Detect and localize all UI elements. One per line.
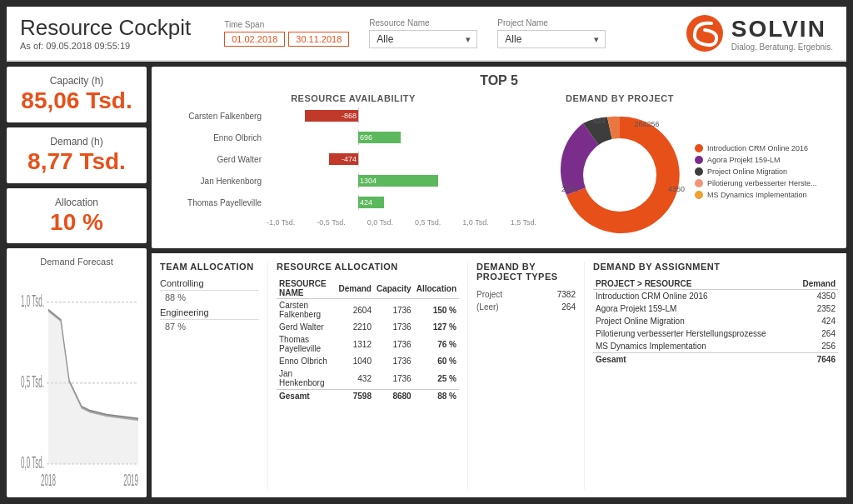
bar-row: Gerd Walter -474 — [170, 152, 536, 167]
assign-row: Pilotierung verbesserter Herstellungspro… — [593, 327, 838, 340]
demand-type-key: Project — [476, 290, 502, 299]
demand-type-row: (Leer) 264 — [476, 301, 576, 313]
team-alloc-title: TEAM ALLOCATION — [160, 262, 259, 272]
right-area: TOP 5 RESOURCE AVAILABILITY Carsten Falk… — [152, 67, 846, 497]
demand-by-types: DEMAND BY PROJECT TYPES Project 7382 (Le… — [476, 262, 585, 489]
bar-label: Carsten Falkenberg — [170, 112, 262, 121]
team-name: Engineering — [160, 307, 259, 320]
legend-dot — [695, 156, 703, 164]
res-demand: 432 — [337, 367, 374, 390]
demand-types-title: DEMAND BY PROJECT TYPES — [476, 262, 576, 282]
assign-total-demand: 7646 — [795, 353, 838, 367]
res-demand: 1040 — [337, 355, 374, 367]
demand-type-val: 264 — [561, 302, 576, 312]
legend-item: Pilotierung verbesserter Herste... — [695, 179, 817, 187]
assign-table: PROJECT > RESOURCE Demand Introduction C… — [593, 278, 838, 366]
res-demand: 1312 — [337, 333, 374, 355]
project-name-select-wrap: Alle — [497, 30, 606, 48]
assign-demand: 424 — [795, 315, 838, 327]
resource-avail-section: RESOURCE AVAILABILITY Carsten Falkenberg… — [162, 93, 545, 242]
resource-name-label: Resource Name — [369, 18, 477, 27]
svg-text:264: 264 — [634, 120, 646, 128]
time-span-group: Time Span 01.02.2018 30.11.2018 — [224, 20, 349, 47]
assign-project: Pilotierung verbesserter Herstellungspro… — [593, 327, 795, 340]
demand-type-key: (Leer) — [476, 302, 499, 312]
res-capacity: 1736 — [374, 333, 414, 355]
bar-x-label: 0,0 Tsd. — [367, 218, 393, 227]
res-total-capacity: 8680 — [374, 390, 414, 403]
table-row: Thomas Payelleville 1312 1736 76 % — [277, 333, 459, 355]
project-name-group: Project Name Alle — [497, 18, 606, 48]
bar-container: 424 — [267, 195, 450, 210]
date-to[interactable]: 30.11.2018 — [288, 32, 349, 47]
bar-container: -868 — [267, 108, 450, 123]
header: Resource Cockpit As of: 09.05.2018 09:55… — [7, 7, 846, 62]
assign-col-project: PROJECT > RESOURCE — [593, 278, 795, 290]
resource-avail-title: RESOURCE AVAILABILITY — [162, 93, 545, 103]
project-name-select[interactable]: Alle — [497, 30, 606, 48]
col-capacity: Capacity — [374, 278, 414, 299]
bar-row: Carsten Falkenberg -868 — [170, 108, 536, 123]
legend-item: Agora Projekt 159-LM — [695, 156, 817, 164]
solvin-logo-icon — [685, 13, 725, 53]
app-title: Resource Cockpit — [20, 16, 191, 40]
demand-type-val: 7382 — [557, 290, 576, 299]
res-allocation: 150 % — [414, 299, 459, 322]
assign-project: Agora Projekt 159-LM — [593, 302, 795, 315]
res-name: Enno Olbrich — [277, 355, 337, 367]
logo-sub: Dialog. Beratung. Ergebnis. — [731, 42, 833, 52]
demand-type-row: Project 7382 — [476, 288, 576, 301]
svg-text:2018: 2018 — [41, 472, 56, 490]
demand-value: 8,77 Tsd. — [18, 149, 135, 175]
bar-container: -474 — [267, 152, 450, 167]
res-demand: 2210 — [337, 321, 374, 333]
capacity-label: Capacity (h) — [18, 75, 135, 87]
assign-row: MS Dynamics Implementation 256 — [593, 340, 838, 353]
resource-name-select-wrap: Alle — [369, 30, 477, 48]
bar-chart: Carsten Falkenberg -868 Enno Olbrich 696… — [162, 108, 545, 227]
assign-demand: 256 — [795, 340, 838, 353]
table-row: Carsten Falkenberg 2604 1736 150 % — [277, 299, 459, 322]
assign-demand: 264 — [795, 327, 838, 340]
logo-area: SOLVIN Dialog. Beratung. Ergebnis. — [685, 13, 833, 53]
demand-assign-title: DEMAND BY ASSIGNMENT — [593, 262, 838, 272]
project-name-label: Project Name — [497, 18, 606, 27]
assign-demand: 4350 — [795, 290, 838, 303]
table-row: Enno Olbrich 1040 1736 60 % — [277, 355, 459, 367]
svg-text:2019: 2019 — [123, 472, 138, 490]
legend-label: MS Dynamics Implementation — [707, 191, 807, 199]
legend-dot — [695, 144, 703, 152]
bar-row: Jan Henkenborg 1304 — [170, 173, 536, 188]
donut-chart: 264 256 424 2352 4350 — [553, 108, 686, 242]
header-controls: Time Span 01.02.2018 30.11.2018 Resource… — [224, 18, 668, 48]
top5-title: TOP 5 — [162, 73, 836, 88]
svg-text:0,0 Tsd.: 0,0 Tsd. — [21, 454, 44, 472]
legend-dot — [695, 191, 703, 199]
bar-label: Thomas Payelleville — [170, 198, 262, 207]
bar-x-label: -0,5 Tsd. — [317, 218, 345, 227]
bar-container: 1304 — [267, 173, 450, 188]
bar-row: Enno Olbrich 696 — [170, 130, 536, 145]
res-total-demand: 7598 — [337, 390, 374, 403]
time-span-label: Time Span — [224, 20, 349, 29]
table-row: Jan Henkenborg 432 1736 25 % — [277, 367, 459, 390]
svg-text:256: 256 — [646, 120, 659, 128]
team-item: Engineering 87 % — [160, 307, 259, 332]
app-container: Resource Cockpit As of: 09.05.2018 09:55… — [0, 0, 853, 504]
bar-row: Thomas Payelleville 424 — [170, 195, 536, 210]
legend-item: Project Online Migration — [695, 167, 817, 176]
team-name: Controlling — [160, 278, 259, 291]
legend-item: MS Dynamics Implementation — [695, 191, 817, 199]
assign-demand: 2352 — [795, 302, 838, 315]
resource-name-select[interactable]: Alle — [369, 30, 477, 48]
res-total-label: Gesamt — [277, 390, 337, 403]
date-from[interactable]: 01.02.2018 — [224, 32, 285, 47]
res-allocation: 25 % — [414, 367, 459, 390]
bar-x-label: 1,5 Tsd. — [511, 218, 536, 227]
bar-container: 696 — [267, 130, 450, 145]
capacity-card: Capacity (h) 85,06 Tsd. — [7, 67, 147, 122]
bar-label: Jan Henkenborg — [170, 177, 262, 186]
svg-text:1,0 Tsd.: 1,0 Tsd. — [21, 292, 44, 310]
res-name: Gerd Walter — [277, 321, 337, 333]
assign-project: MS Dynamics Implementation — [593, 340, 795, 353]
